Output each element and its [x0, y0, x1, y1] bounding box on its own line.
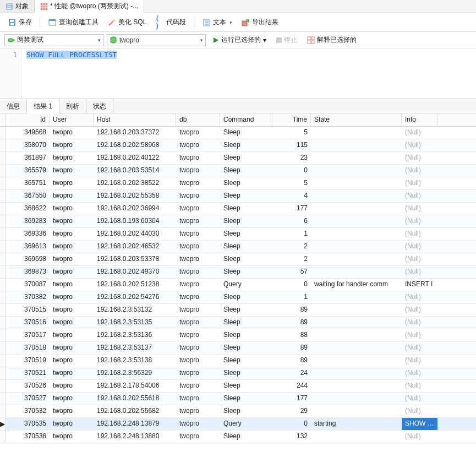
table-row[interactable]: 370519twopro192.168.2.3:53138twoproSleep… [0, 355, 476, 367]
cell[interactable]: twopro [50, 380, 94, 392]
cell[interactable]: twopro [50, 139, 94, 151]
tab-status[interactable]: 状态 [86, 99, 113, 113]
cell[interactable]: twopro [50, 329, 94, 341]
cell[interactable]: 192.168.2.3:53135 [94, 317, 176, 329]
table-row[interactable]: 369283twopro192.168.0.193:60304twoproSle… [0, 215, 476, 228]
table-row[interactable]: 370515twopro192.168.2.3:53132twoproSleep… [0, 304, 476, 317]
cell[interactable] [311, 203, 402, 215]
cell[interactable]: twopro [176, 431, 220, 443]
cell[interactable]: twopro [50, 291, 94, 303]
cell[interactable]: twopro [176, 291, 220, 303]
cell[interactable]: 369698 [6, 253, 50, 265]
cell[interactable]: 370521 [6, 367, 50, 379]
cell[interactable]: 1 [272, 228, 311, 240]
cell[interactable]: Sleep [220, 190, 272, 202]
cell[interactable]: 370518 [6, 342, 50, 354]
cell[interactable]: Sleep [220, 342, 272, 354]
cell[interactable]: 370087 [6, 279, 50, 291]
cell-info[interactable]: (Null) [402, 241, 437, 253]
table-row[interactable]: 369873twopro192.168.0.202:49370twoproSle… [0, 266, 476, 279]
cell[interactable]: 192.168.0.202:54276 [94, 291, 176, 303]
cell[interactable]: 368622 [6, 203, 50, 215]
cell[interactable]: 177 [272, 393, 311, 405]
cell-info[interactable]: (Null) [402, 405, 437, 417]
cell-info[interactable]: (Null) [402, 139, 437, 151]
cell-info[interactable]: (Null) [402, 203, 437, 215]
cell[interactable]: twopro [50, 304, 94, 316]
cell[interactable]: twopro [176, 241, 220, 253]
cell[interactable]: Sleep [220, 405, 272, 417]
cell-info[interactable]: (Null) [402, 177, 437, 189]
cell[interactable]: 192.168.0.202:40122 [94, 152, 176, 164]
cell[interactable] [311, 228, 402, 240]
cell[interactable]: 192.168.0.202:46532 [94, 241, 176, 253]
cell[interactable]: Sleep [220, 127, 272, 139]
cell[interactable]: 6 [272, 215, 311, 227]
cell[interactable]: 367550 [6, 190, 50, 202]
cell[interactable]: twopro [176, 139, 220, 151]
cell[interactable]: Sleep [220, 253, 272, 265]
cell[interactable]: 192.168.0.202:38522 [94, 177, 176, 189]
cell[interactable]: 192.168.2.248:13880 [94, 431, 176, 443]
table-row[interactable]: 370521twopro192.168.2.3:56329twoproSleep… [0, 367, 476, 380]
cell[interactable]: Query [220, 418, 272, 430]
cell[interactable]: twopro [50, 355, 94, 367]
table-row[interactable]: 358070twopro192.168.0.202:58968twoproSle… [0, 139, 476, 152]
cell-info[interactable]: (Null) [402, 380, 437, 392]
tab-query[interactable]: * 性能 @twopro (两禁测试) -... [35, 0, 144, 13]
cell[interactable]: 24 [272, 367, 311, 379]
cell[interactable]: twopro [50, 152, 94, 164]
cell[interactable]: 177 [272, 203, 311, 215]
cell-info[interactable]: (Null) [402, 190, 437, 202]
query-builder-button[interactable]: 查询创建工具 [45, 16, 102, 29]
cell[interactable]: 192.168.0.193:60304 [94, 215, 176, 227]
cell[interactable]: 244 [272, 380, 311, 392]
cell[interactable]: 89 [272, 304, 311, 316]
table-row[interactable]: 369698twopro192.168.0.203:53378twoproSle… [0, 253, 476, 266]
cell[interactable]: twopro [176, 152, 220, 164]
export-result-button[interactable]: 导出结果 [238, 16, 282, 29]
cell[interactable]: twopro [176, 127, 220, 139]
table-row[interactable]: ▶370535twopro192.168.2.248:13879twoproQu… [0, 418, 476, 431]
cell[interactable]: Sleep [220, 228, 272, 240]
cell[interactable] [311, 266, 402, 278]
cell[interactable]: 89 [272, 342, 311, 354]
cell[interactable]: 57 [272, 266, 311, 278]
table-row[interactable]: 370382twopro192.168.0.202:54276twoproSle… [0, 291, 476, 304]
table-row[interactable]: 370527twopro192.168.0.202:55618twoproSle… [0, 393, 476, 405]
text-button[interactable]: 文本 ▾ [199, 16, 236, 29]
save-button[interactable]: 保存 [4, 16, 35, 29]
cell[interactable]: twopro [50, 393, 94, 405]
col-command[interactable]: Command [220, 113, 272, 126]
cell-info[interactable]: (Null) [402, 355, 437, 367]
cell[interactable]: twopro [50, 431, 94, 443]
cell[interactable]: twopro [176, 317, 220, 329]
table-row[interactable]: 370518twopro192.168.2.3:53137twoproSleep… [0, 342, 476, 355]
tab-info[interactable]: 信息 [0, 99, 27, 113]
cell[interactable]: twopro [176, 253, 220, 265]
cell[interactable]: 192.168.2.3:53136 [94, 329, 176, 341]
cell[interactable]: twopro [50, 241, 94, 253]
cell[interactable]: Sleep [220, 367, 272, 379]
cell[interactable]: twopro [176, 304, 220, 316]
cell[interactable]: twopro [176, 203, 220, 215]
cell[interactable]: 370535 [6, 418, 50, 430]
cell[interactable]: waiting for handler comm [311, 279, 402, 291]
cell[interactable]: 4 [272, 190, 311, 202]
cell-info[interactable]: (Null) [402, 291, 437, 303]
cell[interactable]: Sleep [220, 165, 272, 177]
cell-info[interactable]: (Null) [402, 431, 437, 443]
cell[interactable]: twopro [176, 165, 220, 177]
table-row[interactable]: 370536twopro192.168.2.248:13880twoproSle… [0, 431, 476, 443]
cell[interactable] [311, 380, 402, 392]
table-row[interactable]: 368622twopro192.168.0.202:36994twoproSle… [0, 203, 476, 215]
cell[interactable]: 365751 [6, 177, 50, 189]
cell[interactable] [311, 152, 402, 164]
cell[interactable]: twopro [50, 317, 94, 329]
cell[interactable]: 369613 [6, 241, 50, 253]
cell[interactable]: 0 [272, 418, 311, 430]
cell[interactable]: 370515 [6, 304, 50, 316]
cell-info[interactable]: (Null) [402, 317, 437, 329]
cell[interactable] [311, 253, 402, 265]
cell[interactable]: 370532 [6, 405, 50, 417]
